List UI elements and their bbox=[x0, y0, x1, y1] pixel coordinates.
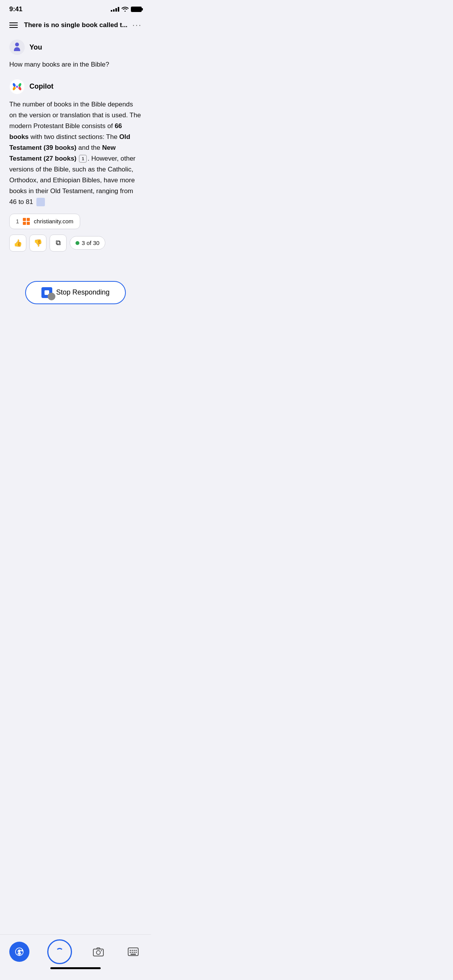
stop-responding-button[interactable]: Stop Responding bbox=[25, 281, 126, 304]
nav-bar: There is no single book called t... ··· bbox=[0, 15, 151, 36]
thumbs-up-icon: 👍 bbox=[14, 239, 22, 247]
sources-badge[interactable]: 3 of 30 bbox=[70, 236, 105, 250]
citation-domain: christianity.com bbox=[34, 218, 73, 224]
user-message-text: How many books are in the Bible? bbox=[9, 60, 142, 70]
user-message-block: You How many books are in the Bible? bbox=[9, 39, 142, 70]
user-message-header: You bbox=[9, 39, 142, 55]
citation-superscript[interactable]: 1 bbox=[79, 155, 87, 163]
stop-responding-label: Stop Responding bbox=[56, 288, 110, 296]
hamburger-menu-icon[interactable] bbox=[8, 21, 19, 29]
status-icons bbox=[111, 6, 142, 13]
status-time: 9:41 bbox=[9, 5, 22, 13]
status-bar: 9:41 bbox=[0, 0, 151, 15]
copilot-response-text: The number of books in the Bible depends… bbox=[9, 99, 142, 207]
conversation-title: There is no single book called t... bbox=[24, 21, 131, 29]
user-avatar bbox=[9, 39, 25, 55]
feedback-row: 👍 👎 ⧉ 3 of 30 bbox=[9, 235, 142, 252]
copilot-avatar bbox=[9, 79, 25, 94]
stop-btn-container: Stop Responding bbox=[0, 269, 151, 310]
copy-icon: ⧉ bbox=[56, 239, 61, 247]
sources-dot bbox=[76, 241, 79, 245]
battery-icon bbox=[131, 7, 142, 12]
chat-content: You How many books are in the Bible? bbox=[0, 36, 151, 269]
thumbs-down-button[interactable]: 👎 bbox=[29, 235, 46, 252]
more-options-icon[interactable]: ··· bbox=[131, 19, 143, 32]
svg-point-2 bbox=[16, 86, 18, 88]
user-sender-name: You bbox=[29, 43, 42, 51]
copilot-sender-name: Copilot bbox=[29, 82, 53, 91]
stop-icon bbox=[41, 287, 52, 298]
thumbs-up-button[interactable]: 👍 bbox=[9, 235, 26, 252]
citation-card[interactable]: 1 christianity.com bbox=[9, 214, 80, 229]
copilot-message-block: Copilot The number of books in the Bible… bbox=[9, 79, 142, 252]
sources-label: 3 of 30 bbox=[82, 240, 100, 246]
book-emoji bbox=[36, 198, 45, 206]
wifi-icon bbox=[122, 6, 129, 13]
signal-icon bbox=[111, 7, 119, 12]
citation-favicon bbox=[22, 217, 31, 226]
copilot-message-header: Copilot bbox=[9, 79, 142, 94]
citation-number: 1 bbox=[16, 218, 19, 224]
thumbs-down-icon: 👎 bbox=[34, 239, 42, 247]
copy-button[interactable]: ⧉ bbox=[50, 235, 67, 252]
